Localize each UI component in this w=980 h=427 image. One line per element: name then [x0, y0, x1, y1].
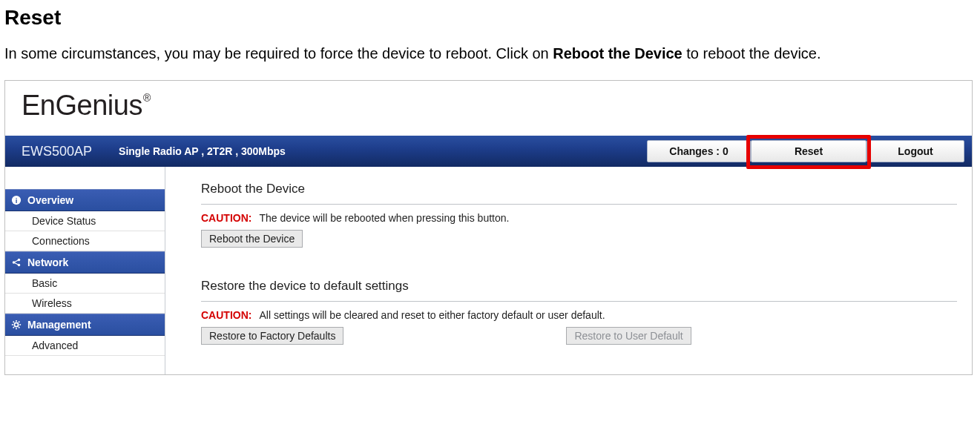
- svg-line-14: [13, 327, 14, 328]
- svg-line-15: [19, 322, 19, 322]
- info-icon: i: [11, 195, 22, 205]
- device-model: EWS500AP: [22, 144, 92, 159]
- brand-row: EnGenius®: [5, 81, 972, 136]
- sidebar-head-network[interactable]: Network: [5, 251, 165, 274]
- sidebar-head-overview[interactable]: i Overview: [5, 189, 165, 211]
- sidebar-item-wireless[interactable]: Wireless: [5, 294, 165, 314]
- brand-name: EnGenius: [22, 90, 142, 121]
- svg-point-7: [14, 322, 18, 326]
- caution-label: CAUTION:: [201, 212, 251, 224]
- sidebar-item-device-status[interactable]: Device Status: [5, 211, 165, 231]
- divider: [201, 301, 957, 302]
- sidebar-head-label: Management: [27, 319, 91, 331]
- logout-button[interactable]: Logout: [866, 140, 964, 162]
- main-panel: Reboot the Device CAUTION:The device wil…: [165, 167, 972, 374]
- screenshot-container: EnGenius® EWS500AP Single Radio AP , 2T2…: [4, 80, 973, 375]
- svg-line-6: [14, 262, 19, 265]
- sidebar: i Overview Device Status Connections Net…: [5, 167, 165, 374]
- reset-button-label: Reset: [795, 145, 823, 157]
- brand-registered-mark: ®: [143, 92, 151, 104]
- changes-button[interactable]: Changes : 0: [647, 140, 751, 162]
- restore-user-button[interactable]: Restore to User Default: [566, 327, 691, 345]
- sidebar-item-basic[interactable]: Basic: [5, 274, 165, 294]
- intro-paragraph: In some circumstances, you may be requir…: [4, 43, 976, 64]
- intro-text-after: to reboot the device.: [683, 45, 821, 62]
- intro-bold: Reboot the Device: [553, 45, 682, 62]
- restore-caution: CAUTION:All settings will be cleared and…: [201, 309, 957, 321]
- svg-text:i: i: [16, 196, 18, 205]
- reboot-device-button[interactable]: Reboot the Device: [201, 230, 303, 248]
- sidebar-item-connections[interactable]: Connections: [5, 231, 165, 251]
- restore-button-row: Restore to Factory Defaults Restore to U…: [201, 327, 957, 345]
- reboot-caution: CAUTION:The device will be rebooted when…: [201, 212, 957, 224]
- reboot-caution-text: The device will be rebooted when pressin…: [259, 212, 509, 224]
- brand-logo: EnGenius®: [22, 90, 150, 121]
- sidebar-head-label: Overview: [27, 194, 73, 206]
- device-description: Single Radio AP , 2T2R , 300Mbps: [119, 145, 647, 157]
- sidebar-head-label: Network: [27, 256, 68, 268]
- reset-button[interactable]: Reset: [751, 140, 866, 162]
- svg-line-5: [14, 260, 19, 263]
- intro-text-before: In some circumstances, you may be requir…: [4, 45, 553, 62]
- reboot-section-title: Reboot the Device: [201, 182, 957, 196]
- restore-caution-text: All settings will be cleared and reset t…: [259, 309, 605, 321]
- sidebar-item-advanced[interactable]: Advanced: [5, 336, 165, 356]
- divider: [201, 204, 957, 205]
- header-buttons: Changes : 0 Reset Logout: [647, 140, 964, 162]
- restore-section-title: Restore the device to default settings: [201, 279, 957, 294]
- page-title: Reset: [4, 6, 976, 30]
- header-bar: EWS500AP Single Radio AP , 2T2R , 300Mbp…: [5, 136, 972, 167]
- caution-label: CAUTION:: [201, 309, 251, 321]
- svg-line-12: [13, 322, 14, 322]
- content-panes: i Overview Device Status Connections Net…: [5, 167, 972, 374]
- sidebar-head-management[interactable]: Management: [5, 314, 165, 336]
- gear-icon: [11, 320, 22, 330]
- svg-line-13: [19, 327, 19, 328]
- restore-factory-button[interactable]: Restore to Factory Defaults: [201, 327, 343, 345]
- share-icon: [11, 257, 22, 268]
